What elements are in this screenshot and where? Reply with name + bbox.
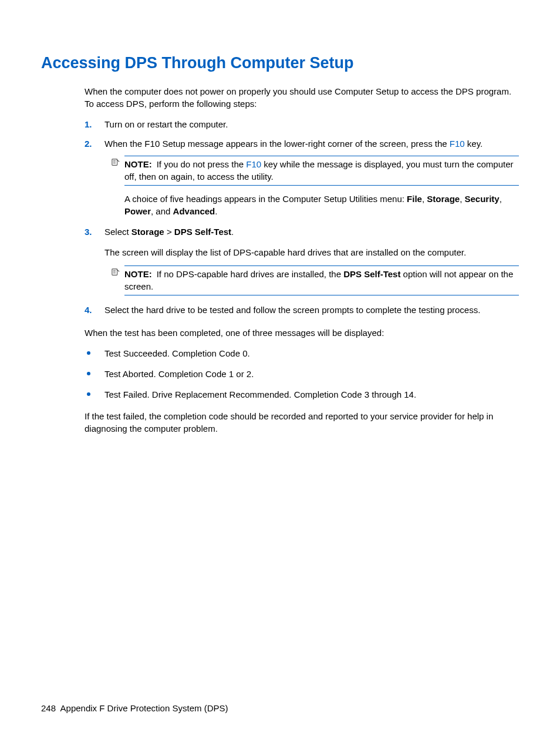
intro-paragraph: When the computer does not power on prop… [85,85,519,110]
step-1: 1. Turn on or restart the computer. [85,118,519,130]
step-3: 3. Select Storage > DPS Self-Test. The s… [85,226,519,295]
note-text: If you do not press the F10 key while th… [124,159,514,182]
step-number: 4. [85,304,92,316]
step-4: 4. Select the hard drive to be tested an… [85,304,519,316]
steps-list: 1. Turn on or restart the computer. 2. W… [85,118,519,316]
footer-section: Appendix F Drive Protection System (DPS) [60,703,228,713]
note-label: NOTE: [124,159,152,169]
step-number: 3. [85,226,92,238]
step-text: Select Storage > DPS Self-Test. [104,227,234,237]
page-number: 248 [41,703,56,713]
note-label: NOTE: [124,269,152,279]
step-text: Turn on or restart the computer. [104,119,228,129]
menu-headings-text: A choice of five headings appears in the… [124,193,519,217]
page-title: Accessing DPS Through Computer Setup [41,54,519,72]
result-item: Test Failed. Drive Replacement Recommend… [85,388,519,401]
step-text: When the F10 Setup message appears in th… [104,139,483,149]
key-f10: F10 [450,139,465,149]
note-box: NOTE:If no DPS-capable hard drives are i… [114,266,519,295]
note-icon [112,267,120,280]
closing-paragraph: If the test failed, the completion code … [85,410,519,435]
page-footer: 248 Appendix F Drive Protection System (… [41,703,228,713]
step-number: 2. [85,137,92,150]
results-list: Test Succeeded. Completion Code 0. Test … [85,347,519,401]
step-text: Select the hard drive to be tested and f… [104,305,480,315]
step-2: 2. When the F10 Setup message appears in… [85,137,519,217]
note-box: NOTE:If you do not press the F10 key whi… [114,156,519,217]
note-icon [112,157,120,170]
result-item: Test Aborted. Completion Code 1 or 2. [85,368,519,380]
step-3-after: The screen will display the list of DPS-… [104,246,519,258]
result-item: Test Succeeded. Completion Code 0. [85,347,519,359]
post-steps-paragraph: When the test has been completed, one of… [85,327,519,339]
note-text: If no DPS-capable hard drives are instal… [124,269,513,291]
key-f10: F10 [246,159,261,169]
step-number: 1. [85,118,92,130]
